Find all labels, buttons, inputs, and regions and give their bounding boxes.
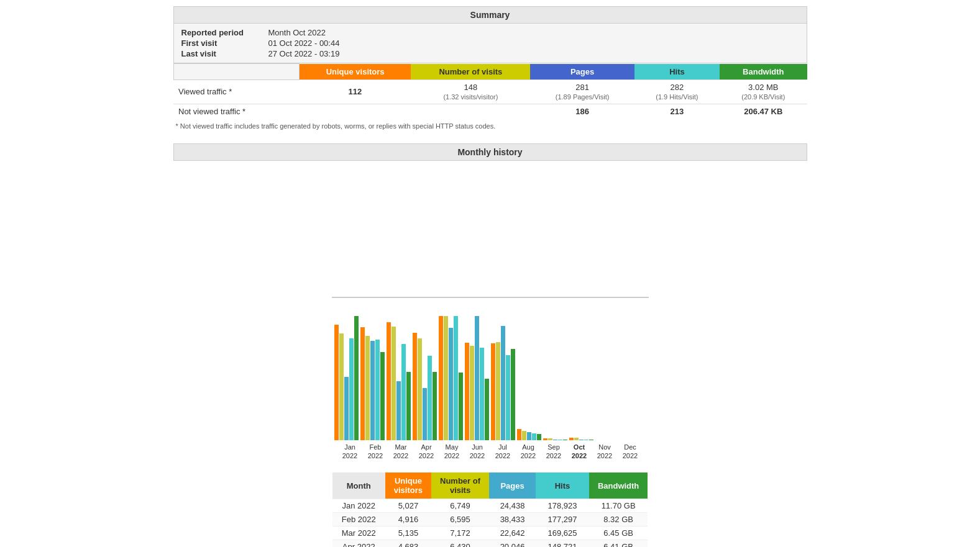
bar	[439, 316, 443, 440]
table-cell: Mar 2022	[332, 527, 385, 540]
viewed-pages-sub: (1.89 Pages/Visit)	[556, 93, 610, 101]
bar	[396, 381, 401, 440]
not-viewed-unique	[299, 104, 411, 119]
history-title: Monthly history	[173, 143, 807, 161]
table-cell: 6,595	[431, 513, 489, 527]
col-header-unique: Uniquevisitors	[385, 472, 431, 499]
col-header-visits: Number ofvisits	[431, 472, 489, 499]
viewed-hits-main: 282	[671, 83, 684, 92]
viewed-hits-sub: (1.9 Hits/Visit)	[656, 93, 698, 101]
not-viewed-hits: 213	[634, 104, 720, 119]
summary-title: Summary	[173, 6, 807, 24]
chart-label-2: Mar2022	[389, 443, 413, 461]
header-unique: Unique visitors	[299, 64, 411, 80]
month-group-7	[517, 429, 541, 440]
table-cell: 7,172	[431, 527, 489, 540]
bar	[375, 340, 380, 440]
table-cell: 24,438	[489, 499, 536, 513]
bar	[522, 431, 526, 440]
table-cell: Jan 2022	[332, 499, 385, 513]
not-viewed-label: Not viewed traffic *	[173, 104, 299, 119]
viewed-hits: 282 (1.9 Hits/Visit)	[634, 79, 720, 104]
viewed-bw-sub: (20.9 KB/Visit)	[741, 93, 785, 101]
bar	[459, 373, 463, 440]
chart-label-0: Jan2022	[338, 443, 362, 461]
bar	[563, 440, 567, 440]
bar	[387, 322, 391, 440]
monthly-table-container: Month Uniquevisitors Number ofvisits Pag…	[173, 466, 807, 547]
bar	[579, 440, 584, 440]
viewed-visits-main: 148	[464, 83, 478, 92]
month-group-0	[334, 316, 359, 440]
reported-period-value: Month Oct 2022	[266, 27, 802, 38]
month-group-5	[465, 316, 489, 440]
summary-section: Summary Reported period Month Oct 2022 F…	[173, 6, 807, 133]
first-visit-row: First visit 01 Oct 2022 - 00:44	[179, 38, 802, 48]
viewed-pages-main: 281	[575, 83, 589, 92]
bar	[360, 327, 365, 440]
table-cell: 4,916	[385, 513, 431, 527]
chart-visual	[329, 173, 652, 316]
not-viewed-visits	[411, 104, 530, 119]
bar	[401, 344, 406, 440]
table-cell: 11.70 GB	[589, 499, 648, 513]
header-hits: Hits	[634, 64, 720, 80]
chart-label-10: Nov2022	[593, 443, 616, 461]
bar	[527, 432, 531, 440]
month-group-3	[413, 333, 437, 440]
table-cell: 148,721	[536, 540, 589, 547]
bar	[548, 438, 552, 440]
last-visit-row: Last visit 27 Oct 2022 - 03:19	[179, 48, 802, 59]
bar	[465, 343, 469, 440]
month-group-1	[360, 327, 385, 440]
table-cell: 4,683	[385, 540, 431, 547]
bar	[449, 328, 453, 440]
first-visit-value: 01 Oct 2022 - 00:44	[266, 38, 802, 48]
bar	[543, 438, 547, 440]
bar	[454, 316, 458, 440]
bar	[344, 377, 349, 440]
bar	[392, 327, 396, 440]
chart-label-8: Sep2022	[542, 443, 566, 461]
viewed-visits-sub: (1.32 visits/visitor)	[443, 93, 498, 101]
not-viewed-bandwidth: 206.47 KB	[720, 104, 807, 119]
chart-area: Jan2022Feb2022Mar2022Apr2022May2022Jun20…	[329, 173, 652, 461]
chart-label-1: Feb2022	[364, 443, 387, 461]
stats-table: Unique visitors Number of visits Pages H…	[173, 63, 807, 119]
viewed-pages: 281 (1.89 Pages/Visit)	[530, 79, 634, 104]
bar	[485, 379, 489, 440]
chart-label-7: Aug2022	[516, 443, 540, 461]
chart-label-6: Jul2022	[491, 443, 515, 461]
bar	[491, 343, 495, 440]
history-section: Monthly history	[173, 143, 807, 548]
chart-container: Jan2022Feb2022Mar2022Apr2022May2022Jun20…	[173, 161, 807, 467]
header-bandwidth: Bandwidth	[720, 64, 807, 80]
viewed-unique: 112	[299, 79, 411, 104]
reported-period-row: Reported period Month Oct 2022	[179, 27, 802, 38]
bar	[480, 348, 484, 440]
bar	[553, 440, 557, 440]
bar	[537, 434, 541, 440]
table-row: Feb 20224,9166,59538,433177,2978.32 GB	[332, 513, 648, 527]
bar-chart	[331, 316, 649, 440]
monthly-header-row: Month Uniquevisitors Number ofvisits Pag…	[332, 472, 648, 499]
bar	[511, 349, 515, 440]
bar	[517, 429, 521, 440]
chart-label-11: Dec2022	[618, 443, 642, 461]
table-cell: 5,027	[385, 499, 431, 513]
bar	[470, 346, 474, 440]
viewed-visits: 148 (1.32 visits/visitor)	[411, 79, 530, 104]
table-cell: Apr 2022	[332, 540, 385, 547]
table-cell: 6,749	[431, 499, 489, 513]
chart-label-4: May2022	[440, 443, 464, 461]
month-group-4	[439, 316, 463, 440]
bar	[406, 372, 411, 440]
month-group-8	[543, 438, 567, 440]
col-header-bw: Bandwidth	[589, 472, 648, 499]
stats-header-row: Unique visitors Number of visits Pages H…	[173, 64, 807, 80]
chart-label-9: Oct2022	[567, 443, 591, 461]
not-viewed-pages: 186	[530, 104, 634, 119]
bar	[428, 356, 432, 440]
last-visit-value: 27 Oct 2022 - 03:19	[266, 48, 802, 59]
chart-label-5: Jun2022	[465, 443, 489, 461]
